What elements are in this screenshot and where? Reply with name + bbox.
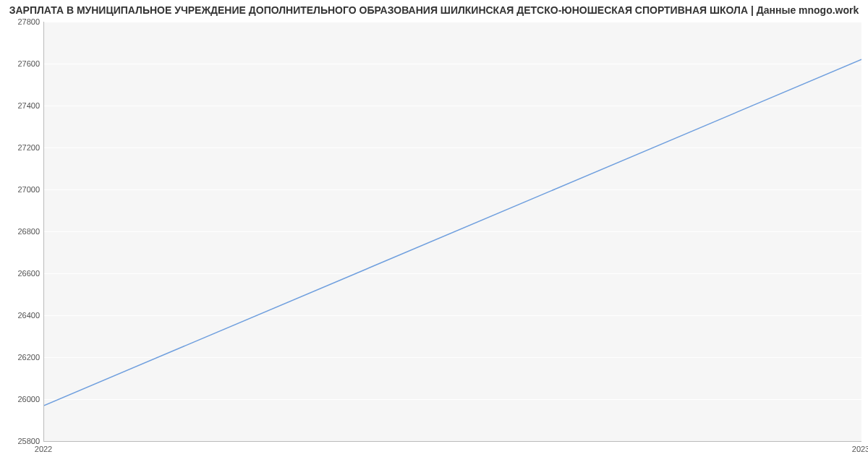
plot-area [43, 22, 861, 442]
y-tick-label: 27600 [0, 59, 40, 68]
line-series [44, 22, 861, 441]
y-tick-label: 26000 [0, 395, 40, 403]
y-tick-label: 27400 [0, 101, 40, 110]
y-tick-label: 26800 [0, 227, 40, 236]
y-tick-label: 26600 [0, 269, 40, 278]
y-tick-label: 26400 [0, 311, 40, 320]
chart-title: ЗАРПЛАТА В МУНИЦИПАЛЬНОЕ УЧРЕЖДЕНИЕ ДОПО… [0, 4, 868, 16]
chart-container: ЗАРПЛАТА В МУНИЦИПАЛЬНОЕ УЧРЕЖДЕНИЕ ДОПО… [0, 0, 868, 470]
y-tick-label: 27200 [0, 143, 40, 152]
y-tick-label: 26200 [0, 353, 40, 362]
y-tick-label: 27800 [0, 17, 40, 26]
y-tick-label: 27000 [0, 185, 40, 194]
x-tick-label: 2022 [35, 445, 52, 453]
y-tick-label: 25800 [0, 437, 40, 445]
x-tick-label: 2023 [852, 445, 868, 453]
